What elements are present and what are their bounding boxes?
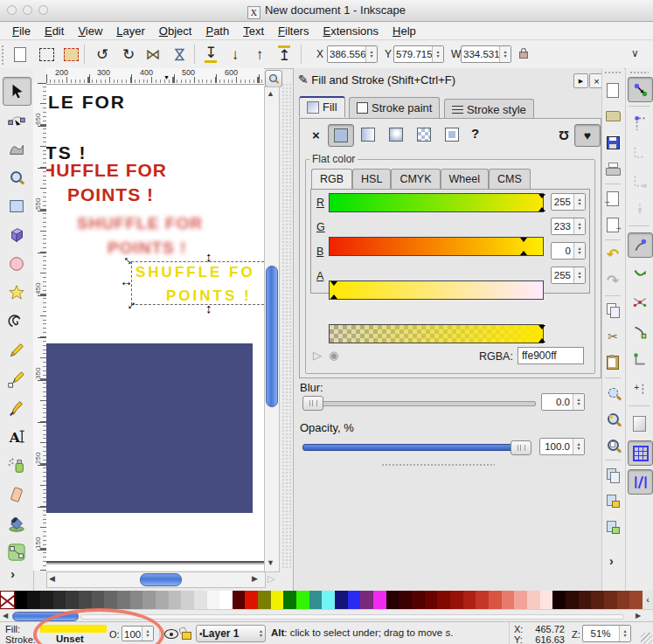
text-object-red[interactable]: HUFFLE FOR	[46, 160, 167, 181]
snap-enable-button[interactable]	[628, 77, 653, 102]
palette-scroll-left-icon[interactable]: ◀	[3, 612, 8, 620]
redo-button[interactable]: ↷	[603, 271, 622, 290]
tool-pencil[interactable]	[3, 336, 30, 364]
palette-swatch[interactable]	[502, 591, 515, 609]
blur-slider-thumb[interactable]	[302, 396, 323, 411]
menu-help[interactable]: Help	[386, 24, 423, 38]
palette-swatch[interactable]	[450, 591, 463, 609]
snap-intersection-button[interactable]	[628, 290, 651, 314]
palette-swatch[interactable]	[219, 591, 233, 609]
unknown-paint-icon[interactable]: ?	[471, 126, 479, 141]
tab-rgb[interactable]: RGB	[311, 169, 352, 189]
palette-swatch[interactable]	[92, 591, 105, 609]
palette-scrollbar[interactable]: ◀ ▶	[0, 609, 653, 622]
tool-connector[interactable]	[3, 538, 30, 565]
green-value-field[interactable]: 233▴▾	[551, 218, 586, 235]
no-paint-button[interactable]: ×	[312, 128, 320, 142]
text-object-blurred[interactable]: SHUFFLE FOR	[77, 214, 203, 233]
clone-button[interactable]	[603, 491, 622, 510]
text-object-selected[interactable]: SHUFFLE FO	[135, 264, 255, 281]
palette-swatch[interactable]	[207, 591, 220, 609]
tool-star[interactable]	[3, 279, 30, 306]
zoom-page-button[interactable]	[603, 435, 622, 454]
undo-button[interactable]: ↶	[603, 245, 622, 264]
commands-grip[interactable]	[604, 71, 622, 75]
tool-paint-bucket[interactable]	[3, 509, 30, 537]
blur-value-field[interactable]: 0.0▴▾	[541, 393, 585, 411]
cut-button[interactable]: ✂	[603, 327, 622, 346]
red-slider[interactable]	[329, 193, 544, 212]
flip-horizontal-button[interactable]: ⋈	[142, 43, 164, 66]
scroll-left-icon[interactable]: ◀	[49, 573, 55, 585]
snap-grip[interactable]	[629, 71, 649, 75]
palette-scroll-track[interactable]	[80, 614, 624, 620]
menu-filters[interactable]: Filters	[271, 24, 316, 38]
snap-page-border-button[interactable]	[628, 412, 651, 435]
palette-swatch[interactable]	[514, 591, 527, 609]
menu-extensions[interactable]: Extensions	[316, 24, 386, 38]
horizontal-scrollbar-thumb[interactable]	[140, 573, 182, 586]
palette-swatch[interactable]	[66, 591, 79, 609]
select-all-layers-button[interactable]	[35, 43, 58, 66]
fill-color-swatch[interactable]	[40, 625, 107, 633]
select-all-button[interactable]	[9, 43, 31, 66]
canvas[interactable]: LE FOR ITS ! HUFFLE FOR POINTS ! SHUFFLE…	[46, 83, 264, 571]
fillrule-nonzero-button[interactable]: ♥	[574, 124, 601, 147]
scale-handle-w-icon[interactable]: ↔	[120, 274, 133, 287]
object-opacity-field[interactable]: 100▴▾	[122, 626, 154, 641]
new-document-button[interactable]	[603, 80, 622, 100]
layer-visibility-icon[interactable]	[164, 629, 178, 639]
opacity-value-field[interactable]: 100.0▴▾	[539, 438, 585, 455]
dialog-detach-button[interactable]: ▶	[573, 73, 588, 88]
duplicate-button[interactable]	[603, 465, 622, 484]
color-grab-icon[interactable]: ◉	[329, 349, 338, 362]
tool-ellipse[interactable]	[3, 250, 30, 277]
linear-gradient-button[interactable]	[356, 124, 380, 145]
palette-swatch[interactable]	[579, 591, 592, 609]
tool-3dbox[interactable]	[3, 221, 30, 248]
layer-selector[interactable]: • Layer 1 ▴▾	[196, 625, 266, 642]
palette-swatch[interactable]	[629, 591, 643, 609]
palette-swatch[interactable]	[386, 591, 399, 609]
zoom-drawing-button[interactable]	[603, 409, 622, 428]
fillrule-evenodd-button[interactable]: Ʊ	[552, 124, 576, 145]
y-field[interactable]: 579.715▴▾	[393, 45, 444, 63]
palette-swatch[interactable]	[142, 591, 156, 609]
flip-vertical-button[interactable]: ⋈	[168, 43, 191, 66]
tool-spiral[interactable]	[3, 308, 30, 335]
swatch-button[interactable]	[440, 124, 464, 145]
palette-swatch[interactable]	[566, 591, 579, 609]
tab-wheel[interactable]: Wheel	[441, 169, 489, 189]
palette-swatch[interactable]	[233, 591, 246, 609]
palette-swatch[interactable]	[194, 591, 207, 609]
tool-spray[interactable]	[3, 452, 30, 479]
snap-bbox-midpoints-button[interactable]	[628, 197, 651, 221]
tool-bezier[interactable]	[3, 365, 30, 392]
dock-edge-grip[interactable]	[281, 83, 291, 568]
alpha-slider[interactable]	[329, 324, 544, 343]
snap-bbox-edges-button[interactable]	[628, 140, 651, 163]
text-object-blurred-line2[interactable]: POINTS !	[108, 239, 186, 258]
lower-to-bottom-button[interactable]: ↧	[199, 43, 222, 66]
dock-hidden-arrow-icon[interactable]: ▷	[267, 573, 274, 585]
unlink-clone-button[interactable]	[603, 517, 622, 537]
tool-calligraphy[interactable]	[3, 394, 30, 421]
snap-guides-button[interactable]	[628, 469, 653, 495]
pattern-button[interactable]	[412, 124, 436, 145]
deselect-button[interactable]	[59, 43, 82, 66]
palette-swatch[interactable]	[373, 591, 386, 609]
red-value-field[interactable]: 255▴▾	[551, 193, 586, 211]
palette-swatch[interactable]	[169, 591, 182, 609]
scale-handle-s-icon[interactable]: ↕	[205, 301, 212, 315]
rgba-input[interactable]: ffe900ff	[518, 347, 584, 364]
snap-bbox-corners-button[interactable]	[628, 169, 651, 192]
import-button[interactable]: →	[603, 189, 622, 208]
palette-swatch[interactable]	[309, 591, 323, 609]
commands-overflow-icon[interactable]: ›	[609, 554, 614, 568]
palette-swatch[interactable]	[437, 591, 450, 609]
save-button[interactable]	[603, 133, 622, 152]
tool-node-editor[interactable]	[3, 106, 30, 133]
toolbar-overflow-icon[interactable]: ∨	[631, 47, 639, 59]
palette-swatch[interactable]	[399, 591, 412, 609]
tab-cmyk[interactable]: CMYK	[391, 169, 440, 189]
